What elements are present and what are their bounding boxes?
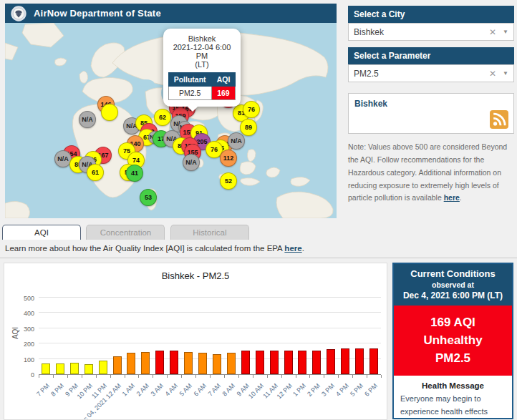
- aqi-marker[interactable]: 112: [220, 150, 237, 167]
- popup-city: Bishkek: [167, 34, 237, 43]
- x-axis-tick: [181, 375, 182, 378]
- x-axis-tick: [167, 375, 168, 378]
- popup-pollutant-value: PM2.5: [168, 87, 211, 100]
- aqi-marker[interactable]: 53: [140, 189, 157, 206]
- x-axis-tick: [253, 375, 253, 378]
- y-axis-tick-label: 400: [10, 310, 34, 317]
- rss-feed-title: Bishkek: [354, 99, 387, 109]
- chart-bar[interactable]: [84, 364, 93, 374]
- world-aqi-map[interactable]: 146N/A62N/A8515116715915781768915267N/A1…: [5, 23, 337, 218]
- aqi-chart-panel: Bishkek - PM2.5 AQI 01002003004005007 PM…: [4, 263, 387, 420]
- x-axis-tick: [67, 375, 68, 378]
- aqi-marker[interactable]: 89: [240, 119, 257, 136]
- aqi-note: Note: Values above 500 are considered Be…: [348, 141, 514, 205]
- city-select-value: Bishkek: [354, 27, 489, 37]
- chart-bar[interactable]: [298, 351, 306, 374]
- chart-bar[interactable]: [312, 351, 321, 374]
- page-title: AirNow Department of State: [34, 8, 161, 19]
- chart-bar[interactable]: [184, 352, 193, 374]
- chart-bar[interactable]: [141, 352, 150, 374]
- tab-historical[interactable]: Historical: [170, 225, 249, 240]
- chart-plot-area: AQI 01002003004005007 PM8 PM9 PM10 PM11 …: [39, 295, 381, 375]
- chart-bar[interactable]: [327, 349, 335, 374]
- chart-bar[interactable]: [155, 351, 164, 374]
- x-axis-tick: [281, 375, 282, 378]
- chevron-down-icon[interactable]: ▼: [503, 29, 508, 35]
- app-header: AirNow Department of State: [5, 4, 337, 23]
- chart-bar[interactable]: [213, 354, 221, 374]
- x-axis-tick: [324, 375, 324, 378]
- popup-aqi-table: Pollutant AQI PM2.5 169: [168, 72, 236, 100]
- learn-more-body: Learn more about how the Air Quality Ind…: [5, 244, 284, 253]
- aqi-marker[interactable]: N/A: [79, 111, 96, 128]
- observed-at-label: observed at: [397, 280, 509, 289]
- chart-bar[interactable]: [355, 348, 364, 374]
- city-select[interactable]: Bishkek ✕ ▼: [348, 23, 514, 41]
- clear-icon[interactable]: ✕: [489, 69, 496, 79]
- popup-timezone: (LT): [167, 60, 237, 69]
- health-message-body: Everyone may begin to experience health …: [394, 393, 512, 420]
- epa-here-link[interactable]: here: [284, 244, 301, 253]
- parameter-select[interactable]: PM2.5 ✕ ▼: [348, 64, 514, 82]
- chart-bar[interactable]: [270, 351, 279, 374]
- chart-bar[interactable]: [42, 363, 50, 374]
- chart-bar[interactable]: [241, 351, 250, 374]
- chart-title: Bishkek - PM2.5: [4, 270, 387, 281]
- aqi-marker[interactable]: 41: [126, 165, 143, 182]
- chart-bar[interactable]: [70, 363, 79, 374]
- chart-bar[interactable]: [127, 353, 135, 374]
- aqi-marker[interactable]: 52: [220, 172, 237, 190]
- clear-icon[interactable]: ✕: [489, 27, 496, 37]
- aqi-marker[interactable]: 61: [87, 164, 104, 181]
- tab-concentration[interactable]: Concentration: [86, 225, 165, 240]
- current-pollutant: PM2.5: [394, 349, 512, 367]
- rss-icon-glyph: [490, 110, 508, 129]
- current-aqi-category: Unhealthy: [394, 331, 512, 349]
- x-axis-tick: [381, 375, 382, 378]
- tab-bar: AQI Concentration Historical Learn more …: [0, 225, 517, 258]
- chart-bar[interactable]: [170, 351, 178, 374]
- note-text: Note: Values above 500 are considered Be…: [348, 142, 507, 202]
- gridline: [39, 328, 381, 328]
- chart-bar[interactable]: [341, 348, 349, 374]
- aqi-marker[interactable]: N/A: [228, 132, 245, 150]
- observed-datetime: Dec 4, 2021 6:00 PM (LT): [397, 290, 509, 301]
- chart-bar[interactable]: [198, 353, 207, 374]
- x-axis-tick: [267, 375, 268, 378]
- state-department-seal-icon: [11, 6, 26, 21]
- aqi-marker[interactable]: 62: [154, 109, 171, 126]
- aqi-marker[interactable]: N/A: [183, 154, 200, 171]
- learn-more-text: Learn more about how the Air Quality Ind…: [0, 240, 517, 258]
- chart-bar[interactable]: [284, 351, 293, 374]
- y-axis-tick-label: 0: [10, 371, 34, 379]
- note-here-link[interactable]: here: [444, 193, 460, 202]
- popup-aqi-value: 169: [211, 87, 236, 100]
- current-aqi-banner: 169 AQI Unhealthy PM2.5: [394, 306, 512, 376]
- y-axis-tick-label: 300: [10, 326, 34, 333]
- gridline: [39, 312, 381, 313]
- chevron-down-icon[interactable]: ▼: [503, 70, 508, 77]
- chart-bar[interactable]: [56, 363, 64, 374]
- popup-datetime: 2021-12-04 6:00 PM: [167, 43, 237, 60]
- health-message-section: Health Message Everyone may begin to exp…: [394, 381, 512, 420]
- chart-bar[interactable]: [99, 361, 107, 374]
- chart-bar[interactable]: [369, 348, 378, 374]
- gridline: [39, 297, 381, 298]
- rss-icon[interactable]: [490, 110, 508, 129]
- current-conditions-title: Current Conditions: [397, 268, 509, 279]
- aqi-marker[interactable]: 76: [243, 101, 260, 118]
- tab-aqi[interactable]: AQI: [2, 225, 81, 240]
- y-axis-tick-label: 500: [10, 295, 34, 302]
- y-axis-tick-label: 100: [10, 356, 34, 363]
- aqi-marker[interactable]: [101, 104, 118, 121]
- x-axis-tick: [138, 375, 139, 378]
- chart-bar[interactable]: [256, 351, 264, 374]
- parameter-select-value: PM2.5: [354, 69, 489, 79]
- chart-bar[interactable]: [113, 356, 122, 374]
- x-axis-tick: [338, 375, 339, 378]
- current-conditions-panel: Current Conditions observed at Dec 4, 20…: [392, 263, 513, 419]
- current-aqi-value: 169 AQI: [394, 313, 512, 331]
- note-suffix: .: [460, 193, 462, 202]
- chart-bar[interactable]: [227, 353, 236, 374]
- x-axis-tick: [296, 375, 296, 378]
